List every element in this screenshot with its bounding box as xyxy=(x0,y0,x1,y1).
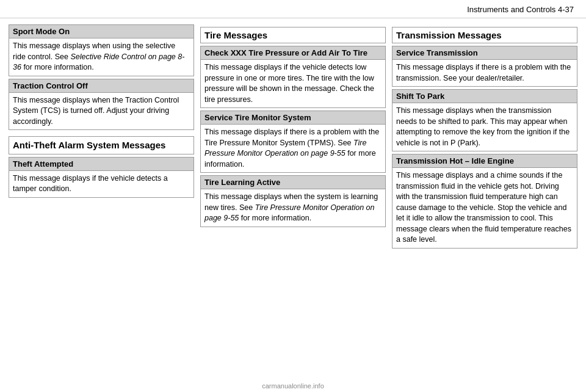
transmission-hot-content: This message displays and a chime sounds… xyxy=(392,168,577,249)
theft-attempted-section: Theft Attempted This message displays if… xyxy=(9,157,194,198)
tire-learning-section: Tire Learning Active This message displa… xyxy=(200,175,386,227)
theft-attempted-header: Theft Attempted xyxy=(9,157,194,171)
sport-mode-content: This message displays when using the sel… xyxy=(9,38,194,76)
page-header: Instruments and Controls 4-37 xyxy=(0,0,586,18)
service-tire-monitor-section: Service Tire Monitor System This message… xyxy=(200,111,386,173)
service-transmission-header: Service Transmission xyxy=(392,46,577,60)
content-area: Sport Mode On This message displays when… xyxy=(0,18,586,388)
service-transmission-content: This message displays if there is a prob… xyxy=(392,60,577,87)
header-text: Instruments and Controls 4-37 xyxy=(467,5,574,14)
check-tire-content: This message displays if the vehicle det… xyxy=(200,60,386,108)
transmission-messages-title: Transmission Messages xyxy=(392,27,577,43)
sport-mode-header: Sport Mode On xyxy=(9,24,194,38)
traction-control-header: Traction Control Off xyxy=(9,79,194,93)
column-2: Tire Messages Check XXX Tire Pressure or… xyxy=(200,24,386,382)
shift-to-park-header: Shift To Park xyxy=(392,89,577,103)
tire-learning-header: Tire Learning Active xyxy=(200,175,386,189)
traction-control-section: Traction Control Off This message displa… xyxy=(9,79,194,131)
service-tire-monitor-content: This message displays if there is a prob… xyxy=(200,125,386,173)
tire-messages-title-section: Tire Messages xyxy=(200,24,386,43)
tire-learning-content: This message displays when the system is… xyxy=(200,189,386,227)
shift-to-park-section: Shift To Park This message displays when… xyxy=(392,89,577,151)
shift-to-park-content: This message displays when the transmiss… xyxy=(392,103,577,151)
column-1: Sport Mode On This message displays when… xyxy=(9,24,194,382)
column-3: Transmission Messages Service Transmissi… xyxy=(392,24,577,382)
tire-messages-title: Tire Messages xyxy=(200,27,386,43)
transmission-messages-title-section: Transmission Messages xyxy=(392,24,577,43)
anti-theft-section: Anti-Theft Alarm System Messages xyxy=(9,132,194,154)
service-tire-monitor-header: Service Tire Monitor System xyxy=(200,111,386,125)
theft-attempted-content: This message displays if the vehicle det… xyxy=(9,171,194,198)
service-transmission-section: Service Transmission This message displa… xyxy=(392,46,577,87)
transmission-hot-section: Transmission Hot – Idle Engine This mess… xyxy=(392,154,577,249)
check-tire-section: Check XXX Tire Pressure or Add Air To Ti… xyxy=(200,46,386,108)
check-tire-header: Check XXX Tire Pressure or Add Air To Ti… xyxy=(200,46,386,60)
transmission-hot-header: Transmission Hot – Idle Engine xyxy=(392,154,577,168)
page-footer: carmanualonline.info xyxy=(0,382,586,390)
anti-theft-header: Anti-Theft Alarm System Messages xyxy=(9,136,194,154)
traction-control-content: This message displays when the Traction … xyxy=(9,93,194,131)
sport-mode-section: Sport Mode On This message displays when… xyxy=(9,24,194,76)
